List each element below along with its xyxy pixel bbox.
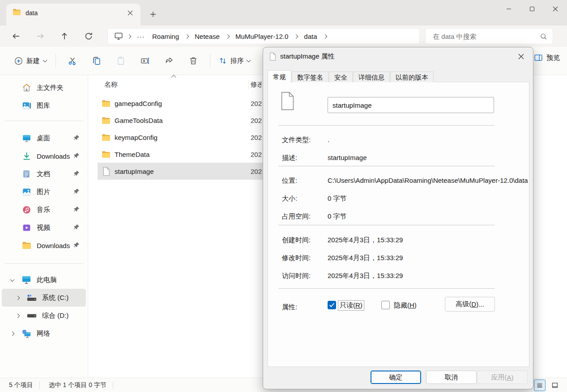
breadcrumb-overflow-button[interactable]: ··· — [133, 33, 149, 40]
file-type-icon — [280, 92, 295, 112]
cut-button[interactable] — [64, 53, 81, 69]
details-view-button[interactable] — [534, 379, 546, 391]
share-button[interactable] — [160, 53, 178, 69]
minimize-button[interactable] — [497, 0, 520, 18]
folder-icon — [101, 132, 111, 142]
sidebar-item-this-pc[interactable]: 此电脑 — [2, 271, 86, 289]
pin-icon — [73, 242, 80, 249]
file-name: ThemeData — [115, 151, 149, 158]
sidebar-item-documents[interactable]: 文档 — [2, 165, 86, 183]
drive-icon — [27, 311, 37, 320]
breadcrumb-item-netease[interactable]: Netease — [191, 31, 223, 42]
sidebar-item-downloads[interactable]: Downloads — [2, 147, 86, 165]
attributes-label: 属性: — [282, 303, 297, 312]
field-value: 2025年4月3日，15:33:29 — [328, 236, 403, 244]
breadcrumb-item-mumuplayer[interactable]: MuMuPlayer-12.0 — [232, 31, 292, 42]
sidebar-item-home[interactable]: 主文件夹 — [2, 79, 86, 97]
sidebar-item-label: 综合 (D:) — [42, 312, 68, 320]
folder-icon — [101, 149, 111, 159]
sidebar-item-network[interactable]: 网络 — [2, 325, 86, 342]
toolbar-divider — [210, 54, 210, 67]
network-icon — [21, 329, 31, 338]
new-button[interactable]: 新建 — [10, 54, 51, 68]
tab-general[interactable]: 常规 — [268, 70, 291, 83]
tab-previous-versions[interactable]: 以前的版本 — [390, 72, 434, 82]
pictures-icon — [21, 187, 31, 197]
explorer-tab[interactable]: data — [6, 4, 141, 25]
pin-icon — [73, 152, 80, 159]
advanced-button[interactable]: 高级(D)... — [445, 297, 495, 312]
tab-details[interactable]: 详细信息 — [353, 72, 390, 82]
ok-button[interactable]: 确定 — [371, 371, 421, 384]
sidebar-item-label: 系统 (C:) — [42, 294, 68, 302]
close-button[interactable] — [544, 0, 567, 18]
filename-input[interactable] — [328, 97, 494, 113]
sidebar-item-desktop[interactable]: 桌面 — [2, 129, 86, 147]
sidebar-item-downloads-folder[interactable]: Downloads — [2, 236, 86, 254]
pin-icon — [73, 188, 80, 195]
window-controls — [497, 0, 567, 18]
this-pc-icon[interactable] — [112, 32, 125, 40]
breadcrumb-item-roaming[interactable]: Roaming — [149, 31, 183, 42]
pin-icon — [73, 224, 80, 231]
sidebar-item-music[interactable]: 音乐 — [2, 201, 86, 219]
home-icon — [21, 83, 31, 93]
section-divider — [278, 166, 495, 166]
tab-security[interactable]: 安全 — [329, 72, 353, 82]
column-header-name[interactable]: 名称 — [104, 80, 118, 89]
sort-ascending-icon — [171, 75, 176, 80]
dialog-titlebar[interactable]: startupImage 属性 — [263, 47, 533, 65]
paste-button[interactable] — [112, 53, 130, 69]
chevron-right-icon[interactable] — [10, 332, 15, 336]
file-modified-date: 202 — [251, 168, 262, 175]
this-pc-icon — [21, 275, 31, 285]
sidebar-item-label: 音乐 — [37, 206, 50, 214]
hidden-checkbox[interactable] — [381, 301, 390, 309]
pin-icon — [73, 206, 80, 213]
delete-button[interactable] — [184, 53, 202, 69]
chevron-right-icon[interactable] — [16, 314, 20, 318]
apply-button[interactable]: 应用(A) — [477, 371, 528, 384]
icons-view-button[interactable] — [549, 379, 561, 391]
field-label: 文件类型: — [282, 136, 311, 144]
breadcrumb-item-data[interactable]: data — [300, 31, 320, 42]
sidebar-item-gallery[interactable]: 图库 — [2, 97, 86, 114]
hidden-checkbox-label[interactable]: 隐藏(H) — [392, 301, 418, 310]
sidebar-item-label: 桌面 — [37, 134, 50, 143]
sidebar-item-pictures[interactable]: 图片 — [2, 183, 86, 201]
copy-button[interactable] — [88, 53, 106, 69]
rename-button[interactable] — [136, 53, 154, 69]
file-name: gamepadConfig — [115, 100, 162, 107]
dialog-close-icon[interactable] — [513, 50, 529, 63]
readonly-checkbox-label[interactable]: 只读(R) — [338, 301, 364, 310]
tab-digital-signatures[interactable]: 数字签名 — [292, 72, 328, 82]
maximize-button[interactable] — [520, 0, 544, 18]
dialog-title: startupImage 属性 — [280, 52, 335, 61]
cancel-button[interactable]: 取消 — [426, 371, 477, 384]
breadcrumb-chevron-icon — [294, 34, 298, 38]
column-divider[interactable] — [248, 80, 249, 89]
folder-icon — [101, 98, 111, 108]
up-button[interactable] — [56, 28, 72, 44]
tab-close-icon[interactable] — [124, 7, 136, 19]
new-tab-button[interactable] — [147, 8, 159, 21]
sidebar-item-drive-c[interactable]: 系统 (C:) — [2, 289, 86, 307]
sidebar-item-label: 视频 — [37, 223, 50, 232]
sidebar-item-videos[interactable]: 视频 — [2, 219, 86, 236]
breadcrumb-chevron-icon — [225, 34, 230, 38]
forward-button[interactable] — [32, 28, 48, 44]
readonly-checkbox[interactable] — [328, 301, 336, 309]
back-button[interactable] — [8, 28, 24, 44]
navigation-pane: 主文件夹 图库 桌面 Downloads — [0, 75, 88, 378]
column-header-modified[interactable]: 修改日期 — [251, 80, 261, 89]
sort-button[interactable]: 排序 — [215, 53, 254, 68]
refresh-button[interactable] — [81, 28, 97, 44]
file-icon — [269, 52, 276, 61]
sidebar-item-drive-d[interactable]: 综合 (D:) — [2, 307, 86, 325]
search-input[interactable] — [433, 33, 540, 40]
preview-toggle[interactable]: 预览 — [534, 53, 560, 62]
sidebar-item-label: 图片 — [37, 188, 50, 196]
chevron-right-icon[interactable] — [16, 296, 20, 300]
search-icon[interactable] — [540, 33, 547, 40]
chevron-down-icon[interactable] — [10, 278, 15, 282]
